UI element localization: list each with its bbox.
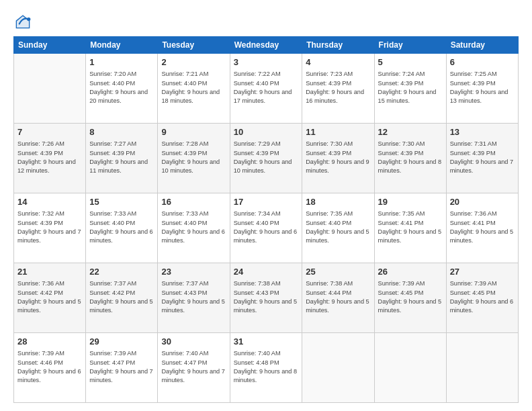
day-info: Sunrise: 7:39 AMSunset: 4:47 PMDaylight:… [89,349,154,385]
day-number: 5 [378,56,443,68]
day-info: Sunrise: 7:37 AMSunset: 4:43 PMDaylight:… [161,279,226,315]
calendar-cell: 26Sunrise: 7:39 AMSunset: 4:45 PMDayligh… [374,263,446,333]
calendar-cell: 21Sunrise: 7:36 AMSunset: 4:42 PMDayligh… [14,263,86,333]
page-header [13,12,519,31]
calendar-cell: 25Sunrise: 7:38 AMSunset: 4:44 PMDayligh… [302,263,374,333]
calendar-week-row: 21Sunrise: 7:36 AMSunset: 4:42 PMDayligh… [14,263,519,333]
day-info: Sunrise: 7:40 AMSunset: 4:48 PMDaylight:… [234,349,299,385]
day-number: 20 [450,196,515,208]
logo [13,12,35,31]
calendar-week-row: 7Sunrise: 7:26 AMSunset: 4:39 PMDaylight… [14,124,519,193]
calendar-cell [374,333,446,403]
calendar-cell: 1Sunrise: 7:20 AMSunset: 4:40 PMDaylight… [86,54,158,124]
day-number: 4 [306,56,370,68]
svg-marker-0 [16,15,30,29]
calendar-cell: 18Sunrise: 7:35 AMSunset: 4:40 PMDayligh… [302,193,374,263]
day-number: 18 [306,196,370,208]
column-header-sunday: Sunday [14,37,86,54]
calendar-cell: 24Sunrise: 7:38 AMSunset: 4:43 PMDayligh… [230,263,302,333]
calendar-cell: 15Sunrise: 7:33 AMSunset: 4:40 PMDayligh… [86,193,158,263]
day-number: 30 [161,336,226,348]
day-number: 14 [17,196,82,208]
calendar-cell [302,333,374,403]
day-info: Sunrise: 7:38 AMSunset: 4:44 PMDaylight:… [306,279,370,315]
calendar-cell: 11Sunrise: 7:30 AMSunset: 4:39 PMDayligh… [302,124,374,193]
day-info: Sunrise: 7:21 AMSunset: 4:40 PMDaylight:… [161,70,226,105]
day-info: Sunrise: 7:32 AMSunset: 4:39 PMDaylight:… [17,210,82,245]
calendar-cell: 31Sunrise: 7:40 AMSunset: 4:48 PMDayligh… [230,333,302,403]
calendar-cell: 23Sunrise: 7:37 AMSunset: 4:43 PMDayligh… [158,263,230,333]
day-number: 7 [17,126,82,138]
day-info: Sunrise: 7:29 AMSunset: 4:39 PMDaylight:… [234,140,299,175]
day-number: 8 [89,126,154,138]
calendar-cell: 2Sunrise: 7:21 AMSunset: 4:40 PMDaylight… [158,54,230,124]
day-info: Sunrise: 7:39 AMSunset: 4:45 PMDaylight:… [450,279,515,315]
calendar-cell: 17Sunrise: 7:34 AMSunset: 4:40 PMDayligh… [230,193,302,263]
calendar-cell: 4Sunrise: 7:23 AMSunset: 4:39 PMDaylight… [302,54,374,124]
day-info: Sunrise: 7:34 AMSunset: 4:40 PMDaylight:… [234,210,299,245]
day-number: 28 [17,336,82,348]
calendar-cell: 19Sunrise: 7:35 AMSunset: 4:41 PMDayligh… [374,193,446,263]
day-number: 9 [161,126,226,138]
day-info: Sunrise: 7:30 AMSunset: 4:39 PMDaylight:… [378,140,443,175]
day-number: 12 [378,126,443,138]
calendar-cell: 30Sunrise: 7:40 AMSunset: 4:47 PMDayligh… [158,333,230,403]
calendar-cell: 12Sunrise: 7:30 AMSunset: 4:39 PMDayligh… [374,124,446,193]
day-number: 31 [234,336,299,348]
day-info: Sunrise: 7:25 AMSunset: 4:39 PMDaylight:… [450,70,515,105]
day-info: Sunrise: 7:22 AMSunset: 4:40 PMDaylight:… [234,70,299,105]
calendar-cell: 10Sunrise: 7:29 AMSunset: 4:39 PMDayligh… [230,124,302,193]
calendar-cell: 13Sunrise: 7:31 AMSunset: 4:39 PMDayligh… [446,124,518,193]
day-number: 26 [378,266,443,278]
day-info: Sunrise: 7:37 AMSunset: 4:42 PMDaylight:… [89,279,154,315]
column-header-thursday: Thursday [302,37,374,54]
day-info: Sunrise: 7:39 AMSunset: 4:46 PMDaylight:… [17,349,82,385]
day-info: Sunrise: 7:20 AMSunset: 4:40 PMDaylight:… [89,70,154,105]
day-number: 10 [234,126,299,138]
day-info: Sunrise: 7:27 AMSunset: 4:39 PMDaylight:… [89,140,154,175]
day-number: 1 [89,56,154,68]
day-info: Sunrise: 7:28 AMSunset: 4:39 PMDaylight:… [161,140,226,175]
day-info: Sunrise: 7:31 AMSunset: 4:39 PMDaylight:… [450,140,515,175]
day-number: 17 [234,196,299,208]
day-info: Sunrise: 7:36 AMSunset: 4:42 PMDaylight:… [17,279,82,315]
calendar-week-row: 1Sunrise: 7:20 AMSunset: 4:40 PMDaylight… [14,54,519,124]
day-number: 19 [378,196,443,208]
day-info: Sunrise: 7:39 AMSunset: 4:45 PMDaylight:… [378,279,443,315]
calendar-week-row: 14Sunrise: 7:32 AMSunset: 4:39 PMDayligh… [14,193,519,263]
day-info: Sunrise: 7:35 AMSunset: 4:41 PMDaylight:… [378,210,443,245]
day-number: 22 [89,266,154,278]
day-number: 11 [306,126,370,138]
day-info: Sunrise: 7:30 AMSunset: 4:39 PMDaylight:… [306,140,370,175]
day-number: 27 [450,266,515,278]
day-number: 6 [450,56,515,68]
day-number: 29 [89,336,154,348]
logo-icon [13,12,32,31]
calendar-cell: 14Sunrise: 7:32 AMSunset: 4:39 PMDayligh… [14,193,86,263]
day-info: Sunrise: 7:38 AMSunset: 4:43 PMDaylight:… [234,279,299,315]
day-info: Sunrise: 7:24 AMSunset: 4:39 PMDaylight:… [378,70,443,105]
calendar-cell: 7Sunrise: 7:26 AMSunset: 4:39 PMDaylight… [14,124,86,193]
day-info: Sunrise: 7:23 AMSunset: 4:39 PMDaylight:… [306,70,370,105]
day-info: Sunrise: 7:35 AMSunset: 4:40 PMDaylight:… [306,210,370,245]
day-number: 16 [161,196,226,208]
calendar-table: SundayMondayTuesdayWednesdayThursdayFrid… [13,36,519,403]
day-info: Sunrise: 7:36 AMSunset: 4:41 PMDaylight:… [450,210,515,245]
day-info: Sunrise: 7:33 AMSunset: 4:40 PMDaylight:… [89,210,154,245]
day-info: Sunrise: 7:26 AMSunset: 4:39 PMDaylight:… [17,140,82,175]
calendar-cell: 20Sunrise: 7:36 AMSunset: 4:41 PMDayligh… [446,193,518,263]
day-number: 25 [306,266,370,278]
calendar-cell: 28Sunrise: 7:39 AMSunset: 4:46 PMDayligh… [14,333,86,403]
day-info: Sunrise: 7:33 AMSunset: 4:40 PMDaylight:… [161,210,226,245]
day-number: 13 [450,126,515,138]
calendar-week-row: 28Sunrise: 7:39 AMSunset: 4:46 PMDayligh… [14,333,519,403]
column-header-friday: Friday [374,37,446,54]
column-header-saturday: Saturday [446,37,518,54]
calendar-cell: 8Sunrise: 7:27 AMSunset: 4:39 PMDaylight… [86,124,158,193]
calendar-cell: 3Sunrise: 7:22 AMSunset: 4:40 PMDaylight… [230,54,302,124]
calendar-cell: 16Sunrise: 7:33 AMSunset: 4:40 PMDayligh… [158,193,230,263]
day-info: Sunrise: 7:40 AMSunset: 4:47 PMDaylight:… [161,349,226,385]
day-number: 24 [234,266,299,278]
calendar-cell: 6Sunrise: 7:25 AMSunset: 4:39 PMDaylight… [446,54,518,124]
calendar-header-row: SundayMondayTuesdayWednesdayThursdayFrid… [14,37,519,54]
